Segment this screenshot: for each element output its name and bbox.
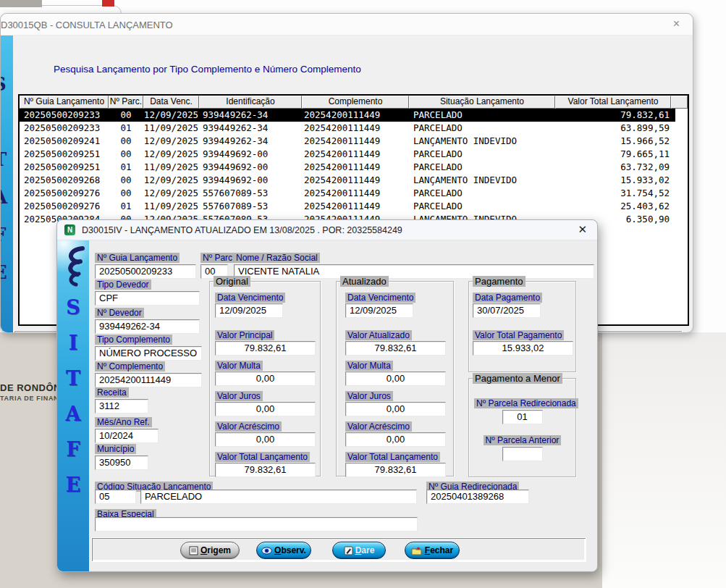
table-row[interactable]: 202505002092760111/09/2025557607089-5320… (20, 200, 675, 213)
table-row[interactable]: 202505002092510012/09/2025939449692-0020… (20, 148, 675, 161)
group-original-title: Original (214, 276, 250, 287)
tipo-complemento-label: Tipo Complemento (95, 335, 172, 345)
field-label: Valor Principal (215, 330, 274, 340)
column-header[interactable]: Nº Guia Lançamento (20, 96, 109, 109)
column-header[interactable]: Data Venc. (143, 96, 199, 109)
table-cell: 79.665,11 (555, 148, 671, 161)
sitafe-letter: E (66, 473, 81, 497)
table-cell: 20250500209241 (20, 135, 109, 148)
observ-button[interactable]: Observ. (256, 542, 311, 559)
field-guia-lancamento: Nº Guia Lançamento 20250500209233 (95, 251, 196, 279)
observ-button-label: Observ. (274, 545, 306, 555)
field-value[interactable]: 12/09/2025 (345, 303, 413, 318)
field-nome-razao: Nome / Razão Social VICENTE NATALIA (234, 251, 594, 279)
field-label: Valor Acréscimo (215, 421, 282, 432)
sitafe-logo-icon (60, 244, 86, 287)
pen-note-icon (344, 546, 353, 555)
group-original-fields: Data Vencimento12/09/2025Valor Principal… (215, 290, 315, 477)
group-atualizado-fields: Data Vencimento12/09/2025Valor Atualizad… (345, 290, 448, 477)
column-header-filler (671, 96, 688, 109)
table-row[interactable]: 202505002092510111/09/2025939449692-0020… (20, 161, 675, 174)
municipio-field[interactable]: 350950 (95, 455, 148, 470)
field-label: Valor Multa (215, 361, 263, 371)
guia-redirecionada-field[interactable]: 20250401389268 (426, 490, 529, 504)
guia-value-field[interactable]: 20250500209233 (95, 264, 196, 279)
dialog-close-icon[interactable]: ✕ (578, 224, 587, 235)
baixa-especial-field[interactable] (95, 517, 418, 532)
sitafe-letter: F (66, 437, 80, 462)
mes-ano-label: Mês/Ano Ref. (95, 417, 152, 427)
dialog-body: SITAFE Nº Guia Lançamento 20250500209233… (57, 240, 597, 571)
receita-field[interactable]: 3112 (95, 399, 148, 413)
field-value[interactable]: 0,00 (345, 371, 446, 386)
sitafe-letter: I (1, 111, 1, 133)
table-cell: 20254200111449 (302, 200, 409, 213)
column-header[interactable]: Identificação (199, 96, 302, 109)
rondonia-text-line1: DE RONDÔN (0, 382, 61, 393)
folder-exit-icon (411, 546, 423, 555)
table-cell: 557607089-53 (199, 200, 302, 213)
num-devedor-label: Nº Devedor (95, 308, 144, 318)
num-devedor-field[interactable]: 939449262-34 (95, 319, 200, 334)
column-header[interactable]: Valor Total Lançamento (555, 96, 671, 109)
sitafe-letter: F (1, 224, 6, 245)
table-cell: 15.966,52 (555, 135, 671, 148)
sitafe-logo-sidebar: SITAFE (57, 240, 89, 571)
group-pagamento: Pagamento Data Pagamento30/07/2025Valor … (468, 281, 576, 372)
field-label: Valor Acréscimo (345, 421, 412, 432)
dialog-titlebar: N D30015IV - LANÇAMENTO ATUALIZADO EM 13… (57, 220, 597, 240)
table-cell: PARCELADO (409, 161, 555, 174)
table-row[interactable]: 202505002092760012/09/2025557607089-5320… (20, 187, 675, 200)
field-value[interactable]: 0,00 (215, 371, 316, 386)
table-row[interactable]: 202505002092330012/09/2025939449262-3420… (20, 109, 675, 122)
situacao-code-field[interactable]: 05 (95, 490, 136, 504)
field-value[interactable]: 0,00 (345, 402, 446, 416)
field-value[interactable]: 79.832,61 (215, 463, 316, 477)
field-value[interactable]: 12/09/2025 (215, 303, 283, 318)
table-cell: 939449692-00 (199, 161, 302, 174)
parc-label: Nº Parc (201, 253, 235, 263)
table-cell: 63.899,59 (555, 122, 671, 135)
table-cell: 00 (109, 148, 143, 161)
consulta-window-title: D30015QB - CONSULTA LANÇAMENTO (1, 20, 173, 30)
field-value[interactable]: 79.832,61 (215, 341, 316, 356)
dare-button[interactable]: Dare (332, 542, 386, 559)
table-cell: 20254200111449 (302, 122, 409, 135)
field-label: Data Vencimento (345, 293, 415, 303)
field-value[interactable]: 0,00 (215, 432, 316, 447)
column-header[interactable]: Nº Parc. (109, 96, 143, 109)
table-row[interactable]: 202505002092330111/09/2025939449262-3420… (20, 122, 675, 135)
table-cell: 01 (109, 161, 143, 174)
dialog-button-bar: Origem Observ. Dare (91, 537, 586, 562)
parcela-anterior-field[interactable] (502, 447, 543, 461)
table-cell: 11/09/2025 (143, 161, 199, 174)
field-value[interactable]: 79.832,61 (345, 463, 446, 477)
field-label: Valor Total Lançamento (215, 452, 310, 462)
consulta-close-icon[interactable]: × (673, 18, 680, 30)
field-value[interactable]: 0,00 (345, 432, 446, 447)
table-cell: 00 (109, 109, 143, 122)
table-row[interactable]: 202505002092410012/09/2025939449262-3420… (20, 135, 675, 148)
fechar-button[interactable]: Fechar (405, 542, 460, 559)
table-cell: 11/09/2025 (143, 200, 199, 213)
field-value[interactable]: 79.832,61 (345, 341, 446, 356)
tipo-complemento-field[interactable]: NÚMERO PROCESSO (95, 346, 202, 361)
field-value[interactable]: 30/07/2025 (473, 303, 541, 318)
group-pagamento-title: Pagamento (473, 276, 525, 287)
mes-ano-field[interactable]: 10/2024 (95, 429, 159, 443)
table-row[interactable]: 202505002092680012/09/2025939449692-0020… (20, 174, 675, 187)
group-original: Original Data Vencimento12/09/2025Valor … (209, 281, 321, 476)
situacao-desc-field[interactable]: PARCELADO (140, 490, 417, 504)
table-cell: 939449262-34 (199, 122, 302, 135)
origem-button[interactable]: Origem (180, 542, 240, 559)
field-num-devedor: Nº Devedor 939449262-34 (95, 306, 200, 334)
column-header[interactable]: Complemento (302, 96, 409, 109)
parcela-redirecionada-field[interactable]: 01 (502, 410, 543, 424)
fechar-button-label: Fechar (425, 545, 453, 555)
tipo-devedor-field[interactable]: CPF (95, 291, 200, 306)
table-cell: 20250500209268 (20, 174, 109, 187)
column-header[interactable]: Situação Lançamento (409, 96, 555, 109)
nome-value-field[interactable]: VICENTE NATALIA (234, 264, 594, 279)
field-value[interactable]: 0,00 (215, 402, 316, 416)
field-value[interactable]: 15.933,02 (473, 341, 573, 356)
